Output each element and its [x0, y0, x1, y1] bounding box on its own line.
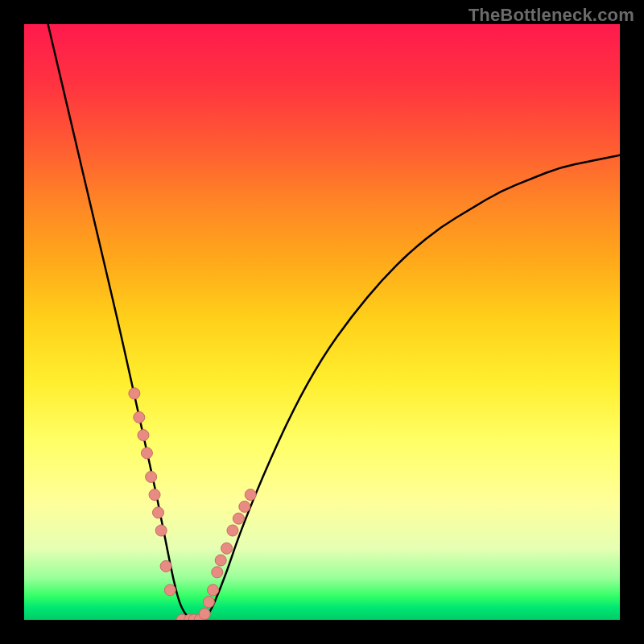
bead-point	[149, 489, 160, 501]
bead-point	[221, 543, 233, 554]
bead-point	[233, 513, 244, 524]
bead-point	[208, 584, 219, 596]
bead-point	[239, 501, 250, 512]
plot-area	[24, 24, 620, 620]
bead-point	[164, 584, 175, 596]
watermark-text: TheBottleneck.com	[469, 5, 634, 26]
curve-svg	[24, 24, 620, 620]
bead-point	[203, 597, 214, 608]
bead-point	[215, 555, 226, 566]
bead-point	[146, 471, 157, 482]
bead-point	[227, 525, 238, 536]
bead-point	[155, 525, 167, 536]
bead-markers	[129, 388, 256, 620]
bead-point	[212, 567, 223, 578]
chart-frame: TheBottleneck.com	[0, 0, 644, 644]
bead-point	[245, 489, 256, 501]
bead-point	[129, 388, 140, 399]
bead-point	[138, 430, 149, 441]
bead-point	[141, 448, 152, 459]
bead-point	[153, 507, 164, 518]
bead-point	[160, 560, 171, 572]
bottleneck-curve	[48, 24, 620, 620]
bead-point	[134, 411, 145, 423]
bead-point	[199, 609, 210, 620]
